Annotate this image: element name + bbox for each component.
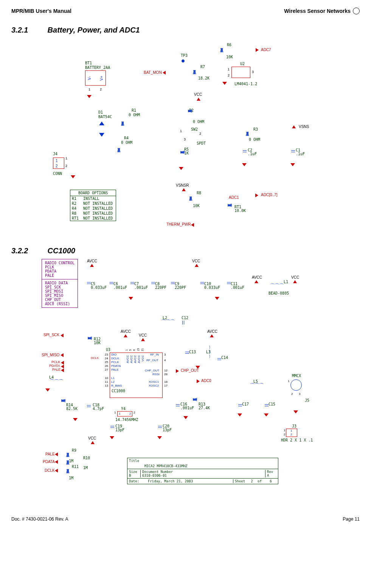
u3-pname-2: PCLK — [111, 360, 119, 364]
list-item: CHP_OUT — [45, 298, 75, 302]
schematic-cc1000: RADIO CONTROL PCLK PDATA PALE RADIO DATA… — [11, 259, 360, 501]
label-pdata-2: PDATA — [43, 460, 55, 464]
label-adc7: ADC7 — [261, 48, 271, 52]
u3-pn-3: 26 — [105, 364, 108, 368]
j4-pin1: 1 — [56, 159, 58, 163]
gnd-l4 — [45, 388, 50, 391]
list-item: SPI_MOSI — [45, 289, 75, 293]
label-tp3: TP3 — [181, 53, 188, 58]
gnd-bat — [87, 95, 92, 98]
ind-l4: ⌒⌒⌒ — [49, 379, 63, 385]
label-pdata: PDATA — [49, 364, 60, 368]
mmcx-p2: 2 — [291, 392, 293, 396]
u3-pn-6: 11 — [105, 380, 108, 384]
label-j3: J3 — [292, 424, 296, 428]
vcc-arrow-1 — [197, 98, 200, 101]
u3-pname-0: DIO — [111, 353, 116, 356]
cap-c7 — [130, 280, 134, 287]
r14-zigzag: /\/\/\ — [61, 400, 67, 402]
label-vcc: VCC — [194, 92, 202, 97]
label-j5: J5 — [305, 398, 309, 402]
r7-zigzag: /\/\/\ — [193, 69, 195, 75]
avcc-l1-arrow — [255, 280, 258, 283]
table-row: R4NOT INSTALLED — [70, 206, 116, 211]
cap-c20 — [158, 424, 162, 430]
tb-rev: A — [267, 474, 269, 477]
arrow-pclk — [61, 361, 64, 365]
conn-j4-box — [53, 158, 64, 169]
u3-rn-1: 4 — [164, 359, 166, 362]
label-y4: Y4 — [121, 407, 126, 411]
cap-c2 — [243, 148, 247, 155]
gnd-c1 — [290, 163, 295, 166]
label-r7: R7 — [200, 65, 205, 69]
arrow-pale — [61, 368, 64, 372]
c9-val: 220PF — [175, 285, 186, 290]
label-r4: R4 — [124, 136, 129, 140]
y4-p1: 1 — [119, 412, 120, 415]
u3-rn-3: 28 — [164, 373, 168, 376]
label-u2-part: LM4041-1.2 — [234, 82, 257, 86]
c7-val: .001uF — [134, 285, 148, 290]
vcc-pullup-arrow — [91, 441, 95, 444]
label-thermpwr: THERM_PWR — [166, 222, 191, 226]
section-3-2-2: 3.2.2 CC1000 — [11, 246, 360, 255]
j3-p1: 1 — [290, 429, 292, 432]
avcc-arrow-1 — [90, 264, 94, 267]
label-u3-part: CC1000 — [112, 389, 125, 393]
label-r11: R11 — [72, 465, 79, 469]
r1-zigzag: /\/\/\ — [121, 121, 123, 127]
board-options-table: BOARD OPTIONS R1INSTALL R2NOT INSTALLED … — [70, 190, 116, 221]
footer-left: Doc. # 7430-0021-06 Rev. A — [11, 516, 68, 522]
u3-pn-5: 10 — [105, 376, 108, 380]
label-adc-bus: ADC[0..7] — [261, 193, 277, 197]
u3-top-n1: 5 — [129, 349, 132, 351]
r11-zigzag: /\/\/\ — [66, 468, 68, 474]
cap-c6 — [110, 280, 113, 287]
label-avcc-l1: AVCC — [252, 275, 262, 279]
label-r6: R6 — [227, 43, 231, 47]
label-r7-val: 18.2K — [198, 76, 210, 80]
ind-l2: ⌒⌒⌒ — [161, 319, 174, 326]
tb-doc: 6310-0306-01 — [142, 474, 167, 477]
label-r6-val: 10K — [226, 55, 233, 59]
bat-vplus: V+ — [99, 76, 104, 81]
u3-top-3: AVCC — [137, 355, 141, 363]
ind-l3: ⌒⌒⌒ — [204, 345, 211, 358]
u3-pname-1: DCLK — [111, 357, 119, 360]
c8-val: 220PF — [155, 285, 166, 290]
u3-top-0: AVCC — [126, 355, 129, 363]
r8-zigzag: /\/\/\ — [189, 196, 191, 202]
label-y4-val: 14.7456MHZ — [115, 418, 138, 422]
arrow-pdata-2 — [55, 460, 58, 464]
footer-right: Page 11 — [343, 516, 360, 522]
j3-p1b: 1 — [284, 429, 285, 432]
cap-c10 — [200, 280, 204, 287]
section-num-2: 3.2.2 — [11, 246, 45, 255]
gnd-r5 — [179, 167, 183, 170]
u3-top-n0: 1 — [125, 349, 128, 351]
label-r1: R1 — [132, 108, 136, 112]
label-mmcx: MMCX — [292, 374, 301, 378]
j3-p2b: 2 — [284, 433, 285, 436]
u3-top-n3: 15 — [137, 348, 140, 351]
label-r10: R10 — [83, 456, 90, 460]
label-sw2: SW2 — [191, 127, 198, 131]
arrow-thermpwr — [191, 223, 194, 227]
label-r12-val: 10K — [94, 341, 101, 345]
table-row: R2NOT INSTALLED — [70, 201, 116, 206]
label-dclk: DCLK — [91, 356, 99, 360]
label-r9-val: 1M — [69, 459, 73, 463]
list-item: PALE — [45, 273, 75, 278]
table-row: R8NOT INSTALLED — [70, 211, 116, 216]
cap-c8 — [151, 280, 155, 287]
gnd-u2 — [222, 82, 227, 85]
label-d1: D1 — [98, 110, 103, 114]
label-bt1: BT1 — [85, 61, 92, 65]
j4-pin2-out: 2 — [65, 164, 67, 168]
label-vcc-chip: VCC — [139, 333, 147, 337]
label-r13-val: 27.4K — [199, 406, 210, 410]
label-c13: C13 — [189, 350, 196, 354]
r10-zigzag: /\/\/\ — [66, 460, 68, 466]
table-row: R1INSTALL — [70, 196, 116, 201]
